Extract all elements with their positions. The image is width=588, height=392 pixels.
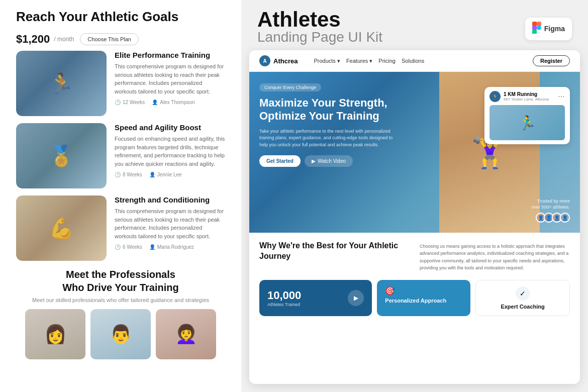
why-left: Why We're the Best for Your Athletic Jou… xyxy=(259,241,410,272)
pricing-section: $1,200 / month Choose This Plan xyxy=(16,31,225,46)
running-card-menu-icon[interactable]: ⋯ xyxy=(558,92,565,101)
personalized-title: Personalized Approach xyxy=(385,298,462,304)
professionals-section: Meet the ProfessionalsWho Drive Your Tra… xyxy=(16,268,225,359)
figma-badge[interactable]: Figma xyxy=(525,18,572,40)
nav-link-features[interactable]: Features ▾ xyxy=(346,58,372,64)
coach-3: Maria Rodriguez xyxy=(157,244,194,250)
professionals-subtitle: Meet our skilled professionals who offer… xyxy=(16,297,225,303)
trusted-section: Trusted by moreover 500+ athletes. 👤 👤 👤… xyxy=(531,198,570,223)
svg-point-4 xyxy=(537,25,541,30)
duration-3: 6 Weeks xyxy=(123,244,142,250)
landing-preview: A Athcrea Products ▾ Features ▾ Pricing … xyxy=(249,50,580,384)
landing-nav: A Athcrea Products ▾ Features ▾ Pricing … xyxy=(249,50,580,72)
nav-link-products[interactable]: Products ▾ xyxy=(314,58,340,64)
program-title-2: Speed and Agility Boost xyxy=(115,123,225,132)
play-button[interactable]: ▶ xyxy=(348,290,364,306)
trusted-avatars: 👤 👤 👤 👤 xyxy=(531,213,570,223)
svg-rect-3 xyxy=(532,30,537,34)
why-right: Choosing us means gaining access to a ho… xyxy=(420,241,570,272)
why-title: Why We're the Best for Your Athletic Jou… xyxy=(259,241,410,262)
price-period: / month xyxy=(54,36,74,43)
coaching-title: Expert Coaching xyxy=(501,304,544,310)
program-image-2 xyxy=(16,123,107,188)
person-icon-2: 👤 xyxy=(149,172,155,177)
running-card: 🏃 1 KM Running 667 Stutler Lane, Altoona… xyxy=(484,87,570,144)
running-card-title: 1 KM Running xyxy=(504,91,549,97)
why-section: Why We're the Best for Your Athletic Jou… xyxy=(249,233,580,280)
professional-card-2 xyxy=(90,309,151,359)
running-card-image: 🏃‍♂️ xyxy=(489,105,565,140)
figma-icon xyxy=(532,22,541,36)
clock-icon-1: 🕐 xyxy=(115,100,121,105)
program-meta-1: 🕐12 Weeks 👤Alex Thompson xyxy=(115,100,225,105)
professional-card-3 xyxy=(156,309,216,359)
program-title-1: Elite Performance Training xyxy=(115,51,225,59)
stats-section: 10,000 Athletes Trained ▶ 🎯 Personalized… xyxy=(249,280,580,324)
logo-icon: A xyxy=(259,55,270,66)
kit-title-block: Athletes Landing Page UI Kit xyxy=(257,9,382,44)
trusted-text: Trusted by moreover 500+ athletes. xyxy=(531,198,570,211)
stat-card-athletes: 10,000 Athletes Trained ▶ xyxy=(259,280,372,316)
running-icon: 🏃 xyxy=(489,91,501,102)
program-image-3 xyxy=(16,195,107,261)
program-image-1 xyxy=(16,51,107,116)
person-icon-3: 👤 xyxy=(149,244,155,250)
program-card-1: Elite Performance Training This comprehe… xyxy=(16,51,225,116)
nav-link-pricing[interactable]: Pricing xyxy=(378,58,396,64)
person-icon-1: 👤 xyxy=(152,100,158,105)
running-card-subtitle: 667 Stutler Lane, Altoona xyxy=(504,97,549,102)
hero-content: Conquer Every Challenge Maximize Your St… xyxy=(259,82,400,167)
program-info-2: Speed and Agility Boost Focused on enhan… xyxy=(115,123,225,177)
right-panel: Athletes Landing Page UI Kit Figma A xyxy=(241,0,588,392)
why-description: Choosing us means gaining access to a ho… xyxy=(420,243,570,272)
running-card-header: 🏃 1 KM Running 667 Stutler Lane, Altoona… xyxy=(489,91,565,102)
program-title-3: Strength and Conditioning xyxy=(115,195,225,204)
coach-2: Jennie Lee xyxy=(157,172,182,177)
running-card-info: 1 KM Running 667 Stutler Lane, Altoona xyxy=(504,91,549,102)
athletes-number: 10,000 xyxy=(267,289,301,302)
clock-icon-2: 🕐 xyxy=(115,172,121,177)
athletes-label: Athletes Trained xyxy=(267,302,301,307)
program-meta-2: 🕐8 Weeks 👤Jennie Lee xyxy=(115,172,225,177)
program-card-2: Speed and Agility Boost Focused on enhan… xyxy=(16,123,225,188)
figma-label: Figma xyxy=(544,25,565,33)
hero-badge: Conquer Every Challenge xyxy=(259,83,321,91)
professional-card-1 xyxy=(25,309,85,359)
hero-buttons: Get Started ▶ Watch Video xyxy=(259,155,400,167)
program-desc-3: This comprehensive program is designed f… xyxy=(115,207,225,240)
duration-1: 12 Weeks xyxy=(123,100,145,105)
coach-1: Alex Thompson xyxy=(160,100,194,105)
watch-video-label: Watch Video xyxy=(318,158,346,164)
check-icon: ✓ xyxy=(516,286,530,301)
kit-main-title: Athletes xyxy=(257,9,341,30)
choose-plan-button[interactable]: Choose This Plan xyxy=(80,33,139,45)
personalized-icon: 🎯 xyxy=(385,286,462,296)
landing-logo: A Athcrea xyxy=(259,55,298,66)
program-desc-1: This comprehensive program is designed f… xyxy=(115,62,225,95)
clock-icon-3: 🕐 xyxy=(115,244,121,250)
program-card-3: Strength and Conditioning This comprehen… xyxy=(16,195,225,261)
svg-rect-2 xyxy=(532,26,537,30)
logo-text: Athcrea xyxy=(273,57,298,65)
program-meta-3: 🕐6 Weeks 👤Maria Rodriguez xyxy=(115,244,225,250)
kit-subtitle: Landing Page UI Kit xyxy=(257,30,382,44)
program-desc-2: Focused on enhancing speed and agility, … xyxy=(115,135,225,168)
register-button[interactable]: Register xyxy=(533,55,570,66)
nav-link-solutions[interactable]: Solutions xyxy=(402,58,424,64)
duration-2: 8 Weeks xyxy=(123,172,142,177)
program-info-1: Elite Performance Training This comprehe… xyxy=(115,51,225,105)
nav-links: Products ▾ Features ▾ Pricing Solutions xyxy=(314,58,424,64)
stat-number-athletes: 10,000 Athletes Trained xyxy=(267,289,301,307)
get-started-button[interactable]: Get Started xyxy=(259,155,301,167)
professionals-title: Meet the ProfessionalsWho Drive Your Tra… xyxy=(16,268,225,294)
stat-card-coaching: ✓ Expert Coaching xyxy=(475,280,570,316)
hero-title: Maximize Your Strength, Optimize Your Tr… xyxy=(259,96,400,123)
watch-video-button[interactable]: ▶ Watch Video xyxy=(305,155,353,167)
stat-card-personalized: 🎯 Personalized Approach xyxy=(377,280,470,316)
play-icon: ▶ xyxy=(312,158,316,164)
hero-description: Take your athletic performance to the ne… xyxy=(259,128,400,149)
left-panel: Reach Your Athletic Goals $1,200 / month… xyxy=(0,0,241,392)
program-info-3: Strength and Conditioning This comprehen… xyxy=(115,195,225,250)
landing-hero: Conquer Every Challenge Maximize Your St… xyxy=(249,72,580,233)
svg-rect-0 xyxy=(532,22,537,26)
